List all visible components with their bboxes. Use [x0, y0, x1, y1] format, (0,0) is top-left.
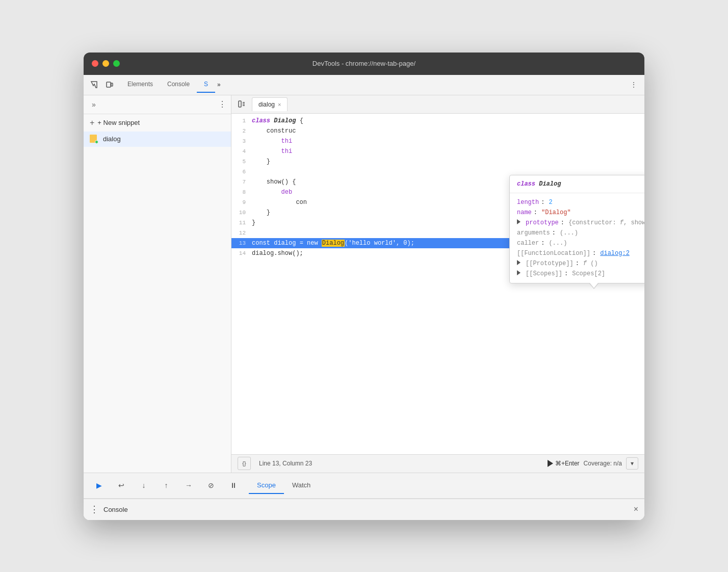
snippet-file-icon	[90, 135, 99, 144]
autocomplete-header: class Dialog	[510, 175, 644, 193]
svg-rect-0	[107, 82, 111, 87]
sidebar-more-icon[interactable]: ⋮	[218, 99, 227, 109]
resume-button[interactable]	[92, 478, 106, 492]
code-editor[interactable]: 1 class Dialog { 2 construc 3 thi	[231, 114, 644, 454]
inspect-icon[interactable]	[88, 78, 101, 91]
code-line-3: 3 thi	[231, 136, 644, 146]
step-over-icon	[118, 481, 124, 490]
deactivate-icon	[208, 481, 214, 490]
svg-rect-2	[239, 101, 241, 107]
console-close-icon[interactable]: ×	[634, 505, 638, 514]
cursor-position: Line 13, Column 23	[259, 460, 312, 467]
step-out-icon	[165, 481, 168, 490]
step-into-button[interactable]	[137, 478, 151, 492]
devtools-window: DevTools - chrome://new-tab-page/ Elemen…	[84, 53, 644, 520]
coverage-dropdown[interactable]: ▾	[626, 457, 638, 470]
toolbar-icons	[88, 78, 116, 91]
bottom-section: Scope Watch ⋮ Console ×	[84, 473, 644, 520]
status-run: ⌘+Enter Coverage: n/a ▾	[548, 457, 638, 470]
code-line-2: 2 construc	[231, 126, 644, 136]
window-title: DevTools - chrome://new-tab-page/	[313, 60, 415, 67]
expand-scopes-icon[interactable]	[517, 270, 521, 275]
ac-row-prototype: prototype : {constructor: f, show: f}	[510, 218, 644, 228]
step-into-icon	[142, 481, 146, 490]
console-more-icon[interactable]: ⋮	[90, 504, 99, 515]
step-out-button[interactable]	[159, 478, 173, 492]
more-options-icon[interactable]: ⋮	[627, 78, 640, 91]
close-button[interactable]	[92, 60, 98, 67]
debugger-toolbar: Scope Watch	[84, 473, 644, 499]
code-toggle-icon[interactable]	[236, 98, 248, 110]
scope-tabs: Scope Watch	[249, 477, 319, 494]
sidebar-item-dialog[interactable]: dialog	[84, 132, 231, 147]
step-over-button[interactable]	[114, 478, 128, 492]
plus-icon: +	[90, 118, 94, 127]
sidebar-toolbar: » ⋮	[84, 95, 231, 114]
autocomplete-body: length : 2 name : "Dialog"	[510, 193, 644, 283]
resume-icon	[96, 481, 102, 490]
step-icon	[185, 481, 192, 490]
deactivate-button[interactable]	[204, 478, 218, 492]
tab-console[interactable]: Console	[160, 76, 197, 93]
code-tab-close-icon[interactable]: ×	[278, 101, 281, 108]
minimize-button[interactable]	[102, 60, 109, 67]
main-area: » ⋮ + + New snippet dialog	[84, 95, 644, 473]
pause-icon	[230, 481, 237, 490]
scope-tab-scope[interactable]: Scope	[249, 477, 284, 494]
top-toolbar: Elements Console S » ⋮	[84, 75, 644, 95]
code-status-bar: {} Line 13, Column 23 ⌘+Enter Coverage: …	[231, 454, 644, 473]
run-button[interactable]: ⌘+Enter	[548, 460, 580, 467]
titlebar: DevTools - chrome://new-tab-page/	[84, 53, 644, 75]
run-icon	[548, 460, 553, 467]
tab-sources[interactable]: S	[197, 76, 215, 93]
step-button[interactable]	[181, 478, 196, 492]
code-line-4: 4 thi	[231, 146, 644, 157]
tab-bar: Elements Console S »	[120, 76, 223, 93]
code-area: dialog × 1 class Dialog { 2	[231, 95, 644, 473]
ac-row-name: name : "Dialog"	[510, 207, 644, 218]
device-icon[interactable]	[103, 78, 116, 91]
code-line-5: 5 }	[231, 157, 644, 167]
code-tab-label: dialog	[258, 101, 275, 108]
tab-more[interactable]: »	[215, 77, 223, 92]
devtools-body: Elements Console S » ⋮ » ⋮	[84, 75, 644, 520]
maximize-button[interactable]	[113, 60, 120, 67]
tab-elements[interactable]: Elements	[120, 76, 160, 93]
code-tab-bar: dialog ×	[231, 95, 644, 114]
pause-button[interactable]	[226, 478, 241, 492]
coverage-label: Coverage: n/a	[584, 460, 622, 467]
code-line-1: 1 class Dialog {	[231, 116, 644, 126]
ac-row-proto: [[Prototype]] : f ()	[510, 258, 644, 269]
autocomplete-arrow-inner	[590, 283, 598, 288]
run-label: ⌘+Enter	[555, 460, 580, 467]
sidebar-expand-icon[interactable]: »	[88, 98, 100, 111]
scope-tab-watch[interactable]: Watch	[284, 477, 319, 494]
traffic-lights	[92, 60, 120, 67]
ac-row-function-location: [[FunctionLocation]] : dialog:2	[510, 248, 644, 258]
sidebar: » ⋮ + + New snippet dialog	[84, 95, 231, 473]
expand-proto-icon[interactable]	[517, 260, 521, 265]
toolbar-right: ⋮	[627, 78, 640, 91]
svg-rect-1	[111, 83, 113, 86]
console-label: Console	[103, 506, 128, 513]
new-snippet-button[interactable]: + + New snippet	[84, 114, 231, 132]
ac-row-length: length : 2	[510, 197, 644, 207]
autocomplete-popup: class Dialog length : 2 name	[509, 175, 644, 283]
console-bar: ⋮ Console ×	[84, 499, 644, 520]
expand-prototype-icon[interactable]	[517, 219, 521, 224]
ac-row-arguments: arguments : (...)	[510, 228, 644, 238]
sidebar-item-label: dialog	[103, 135, 121, 143]
code-tab-dialog[interactable]: dialog ×	[252, 97, 288, 111]
ac-row-caller: caller : (...)	[510, 238, 644, 248]
format-button[interactable]: {}	[238, 457, 251, 470]
ac-row-scopes: [[Scopes]] : Scopes[2]	[510, 269, 644, 279]
new-snippet-label: + New snippet	[97, 119, 140, 126]
